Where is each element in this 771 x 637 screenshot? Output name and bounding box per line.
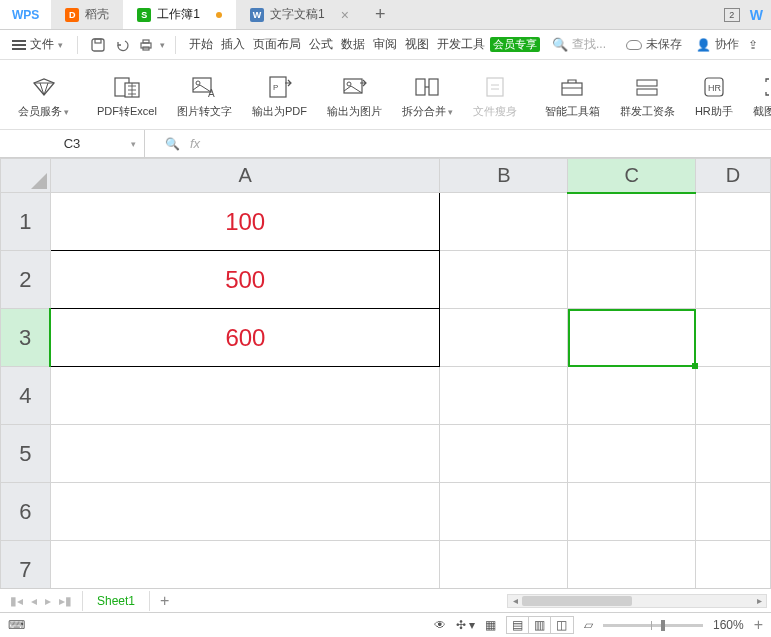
window-count-icon[interactable]: 2 <box>724 8 740 22</box>
col-header-d[interactable]: D <box>696 159 771 193</box>
ribbon-pdf-to-excel[interactable]: PDF转Excel <box>87 66 167 128</box>
grid-icon[interactable]: ▦ <box>485 618 496 632</box>
collab-button[interactable]: 👤 协作 <box>696 36 739 53</box>
undo-icon[interactable] <box>112 35 132 55</box>
cell-a7[interactable] <box>50 541 439 589</box>
scroll-right-icon[interactable]: ▸ <box>753 595 765 607</box>
cell-b2[interactable] <box>440 251 568 309</box>
select-all-corner[interactable] <box>1 159 51 193</box>
name-box[interactable]: C3 ▾ <box>0 130 145 157</box>
new-tab-button[interactable]: + <box>363 0 398 29</box>
ribbon-tab-review[interactable]: 审阅 <box>370 36 400 53</box>
zoom-in-button[interactable]: + <box>754 616 763 634</box>
cell-d1[interactable] <box>696 193 771 251</box>
cell-b7[interactable] <box>440 541 568 589</box>
caret-down-icon[interactable]: ▾ <box>131 139 136 149</box>
ribbon-tab-start[interactable]: 开始 <box>186 36 216 53</box>
print-icon[interactable] <box>136 35 156 55</box>
share-icon[interactable]: ⇪ <box>743 35 763 55</box>
ribbon-export-pdf[interactable]: P 输出为PDF <box>242 66 317 128</box>
cell-c2[interactable] <box>568 251 696 309</box>
col-header-c[interactable]: C <box>568 159 696 193</box>
cell-a6[interactable] <box>50 483 439 541</box>
col-header-b[interactable]: B <box>440 159 568 193</box>
input-mode-icon[interactable]: ⌨ <box>8 618 25 632</box>
col-header-a[interactable]: A <box>50 159 439 193</box>
cell-c3[interactable] <box>568 309 696 367</box>
ribbon-tab-formula[interactable]: 公式 <box>306 36 336 53</box>
ribbon-tab-layout[interactable]: 页面布局 <box>250 36 304 53</box>
cell-c1[interactable] <box>568 193 696 251</box>
scroll-thumb[interactable] <box>522 596 632 606</box>
caret-icon[interactable]: ▾ <box>160 40 165 50</box>
close-icon[interactable]: × <box>341 7 349 23</box>
scroll-left-icon[interactable]: ◂ <box>509 595 521 607</box>
formula-input[interactable] <box>220 130 771 157</box>
row-header-2[interactable]: 2 <box>1 251 51 309</box>
save-icon[interactable] <box>88 35 108 55</box>
ribbon-tab-view[interactable]: 视图 <box>402 36 432 53</box>
cell-c5[interactable] <box>568 425 696 483</box>
row-header-3[interactable]: 3 <box>1 309 51 367</box>
lookup-icon[interactable]: 🔍 <box>165 137 180 151</box>
ribbon-hr-assistant[interactable]: HR HR助手 <box>685 66 743 128</box>
cell-a3[interactable]: 600 <box>50 309 439 367</box>
add-sheet-button[interactable]: + <box>150 592 179 610</box>
row-header-5[interactable]: 5 <box>1 425 51 483</box>
focus-icon[interactable]: ✣ ▾ <box>456 618 475 632</box>
row-header-7[interactable]: 7 <box>1 541 51 589</box>
cell-a5[interactable] <box>50 425 439 483</box>
zoom-thumb[interactable] <box>661 620 665 631</box>
cell-b5[interactable] <box>440 425 568 483</box>
row-header-6[interactable]: 6 <box>1 483 51 541</box>
eye-icon[interactable]: 👁 <box>434 618 446 632</box>
sheet-prev-icon[interactable]: ◂ <box>31 594 37 608</box>
cell-d4[interactable] <box>696 367 771 425</box>
ribbon-img-to-text[interactable]: A 图片转文字 <box>167 66 242 128</box>
fx-icon[interactable]: fx <box>190 136 200 151</box>
cell-b1[interactable] <box>440 193 568 251</box>
view-page-icon[interactable]: ◫ <box>551 617 573 633</box>
cell-d5[interactable] <box>696 425 771 483</box>
cell-c6[interactable] <box>568 483 696 541</box>
row-header-1[interactable]: 1 <box>1 193 51 251</box>
cell-a4[interactable] <box>50 367 439 425</box>
vip-tab[interactable]: 会员专享 <box>490 37 540 52</box>
zoom-slider[interactable] <box>603 624 703 627</box>
spreadsheet-grid[interactable]: A B C D 1 100 2 500 3 600 4 <box>0 158 771 588</box>
ribbon-screenshot-ocr[interactable]: A 截图取字 <box>743 66 771 128</box>
tab-workbook[interactable]: S 工作簿1 <box>123 0 236 29</box>
cell-b6[interactable] <box>440 483 568 541</box>
cell-c7[interactable] <box>568 541 696 589</box>
ribbon-smart-toolbox[interactable]: 智能工具箱 <box>535 66 610 128</box>
cell-b4[interactable] <box>440 367 568 425</box>
cell-d2[interactable] <box>696 251 771 309</box>
sheet-tab-sheet1[interactable]: Sheet1 <box>82 591 150 611</box>
view-normal-icon[interactable]: ▤ <box>507 617 529 633</box>
unsaved-indicator[interactable]: 未保存 <box>626 36 682 53</box>
horizontal-scrollbar[interactable]: ◂ ▸ <box>507 594 767 608</box>
cell-c4[interactable] <box>568 367 696 425</box>
sheet-first-icon[interactable]: ▮◂ <box>10 594 23 608</box>
tab-worddoc[interactable]: W 文字文稿1 × <box>236 0 363 29</box>
cell-d6[interactable] <box>696 483 771 541</box>
zoom-value[interactable]: 160% <box>713 618 744 632</box>
cell-d3[interactable] <box>696 309 771 367</box>
ribbon-split-merge[interactable]: 拆分合并▾ <box>392 66 463 128</box>
row-header-4[interactable]: 4 <box>1 367 51 425</box>
search-box[interactable]: 🔍 查找... <box>552 36 606 53</box>
ribbon-tab-insert[interactable]: 插入 <box>218 36 248 53</box>
sheet-last-icon[interactable]: ▸▮ <box>59 594 72 608</box>
cell-a2[interactable]: 500 <box>50 251 439 309</box>
ribbon-member-services[interactable]: 会员服务▾ <box>8 66 79 128</box>
view-pagebreak-icon[interactable]: ▥ <box>529 617 551 633</box>
fill-handle[interactable] <box>692 363 698 369</box>
ribbon-tab-data[interactable]: 数据 <box>338 36 368 53</box>
cell-a1[interactable]: 100 <box>50 193 439 251</box>
cell-b3[interactable] <box>440 309 568 367</box>
ribbon-tab-dev[interactable]: 开发工具 <box>434 36 488 53</box>
ribbon-mass-payroll[interactable]: 群发工资条 <box>610 66 685 128</box>
sheet-next-icon[interactable]: ▸ <box>45 594 51 608</box>
zoom-out-button[interactable]: ▱ <box>584 618 593 632</box>
ribbon-export-image[interactable]: 输出为图片 <box>317 66 392 128</box>
